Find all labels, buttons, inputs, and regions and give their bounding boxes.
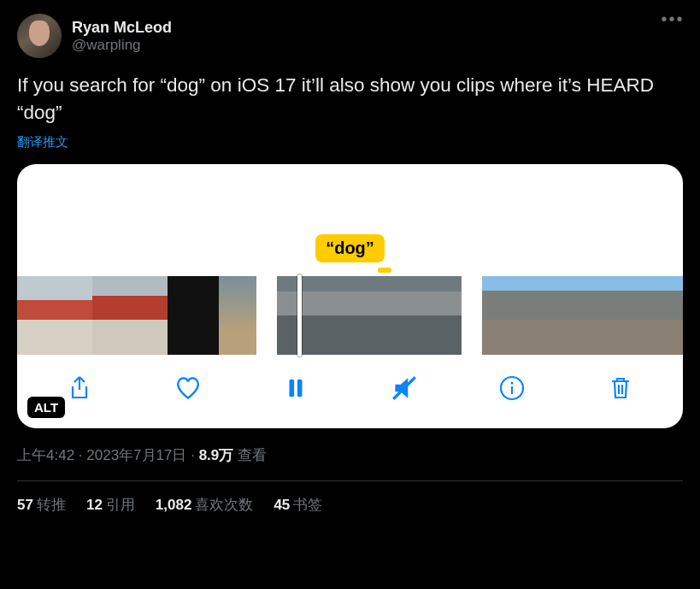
svg-rect-0 — [290, 380, 295, 398]
card-spacer — [17, 164, 683, 234]
clip-thumb[interactable] — [595, 276, 632, 355]
svg-point-4 — [511, 382, 514, 385]
media-card[interactable]: “dog” — [17, 164, 683, 428]
clip-thumb[interactable] — [670, 276, 683, 355]
more-icon[interactable]: ••• — [662, 14, 683, 34]
clip-thumb[interactable] — [369, 276, 415, 355]
user-row[interactable]: Ryan McLeod @warpling — [17, 14, 172, 58]
clip-thumb[interactable] — [17, 276, 55, 355]
clip-thumb[interactable] — [168, 276, 219, 355]
trash-icon[interactable] — [606, 374, 635, 403]
clip-thumb[interactable] — [632, 276, 670, 355]
clip-thumb[interactable] — [415, 276, 462, 355]
clip-strip[interactable] — [17, 276, 683, 355]
pause-icon[interactable] — [281, 374, 310, 403]
stat-retweets[interactable]: 57转推 — [17, 495, 66, 515]
clip-group-3[interactable] — [482, 276, 683, 355]
clip-thumb[interactable] — [482, 276, 520, 355]
clip-thumb[interactable] — [219, 276, 256, 355]
alt-badge[interactable]: ALT — [27, 397, 65, 418]
tweet-header: Ryan McLeod @warpling ••• — [17, 14, 683, 58]
views-count: 8.9万 — [199, 447, 234, 463]
translate-link[interactable]: 翻译推文 — [17, 134, 68, 150]
avatar[interactable] — [17, 14, 62, 58]
meta-date: 2023年7月17日 — [86, 447, 186, 463]
tweet-text: If you search for “dog” on iOS 17 it’ll … — [17, 72, 683, 126]
svg-rect-1 — [297, 380, 303, 398]
meta-time: 上午4:42 — [17, 447, 74, 463]
clip-thumb[interactable] — [520, 276, 557, 355]
user-names: Ryan McLeod @warpling — [72, 19, 172, 54]
caption-bubble: “dog” — [315, 234, 385, 262]
clip-thumb[interactable] — [557, 276, 595, 355]
tweet-meta[interactable]: 上午4:42 · 2023年7月17日 · 8.9万 查看 — [17, 445, 683, 465]
clip-thumb[interactable] — [92, 276, 130, 355]
share-icon[interactable] — [65, 374, 94, 403]
tweet-stats: 57转推 12引用 1,082喜欢次数 45书签 — [17, 495, 683, 515]
clip-group-2[interactable] — [277, 276, 462, 355]
info-icon[interactable] — [497, 374, 526, 403]
clip-thumb[interactable] — [130, 276, 168, 355]
clip-group-1[interactable] — [17, 276, 256, 355]
stat-quotes[interactable]: 12引用 — [86, 495, 135, 515]
divider — [17, 480, 683, 481]
user-handle[interactable]: @warpling — [72, 37, 172, 54]
caption-marker — [378, 268, 391, 273]
display-name[interactable]: Ryan McLeod — [72, 19, 172, 37]
clip-thumb[interactable] — [323, 276, 369, 355]
stat-bookmarks[interactable]: 45书签 — [274, 495, 322, 515]
caption-bubble-row: “dog” — [17, 234, 683, 268]
tweet-container: Ryan McLeod @warpling ••• If you search … — [0, 0, 700, 528]
stat-likes[interactable]: 1,082喜欢次数 — [156, 495, 254, 515]
mute-icon[interactable] — [390, 374, 419, 403]
views-label: 查看 — [233, 447, 267, 463]
clip-thumb[interactable] — [55, 276, 92, 355]
playhead[interactable] — [297, 274, 302, 356]
media-toolbar — [17, 355, 683, 428]
heart-icon[interactable] — [174, 374, 203, 403]
